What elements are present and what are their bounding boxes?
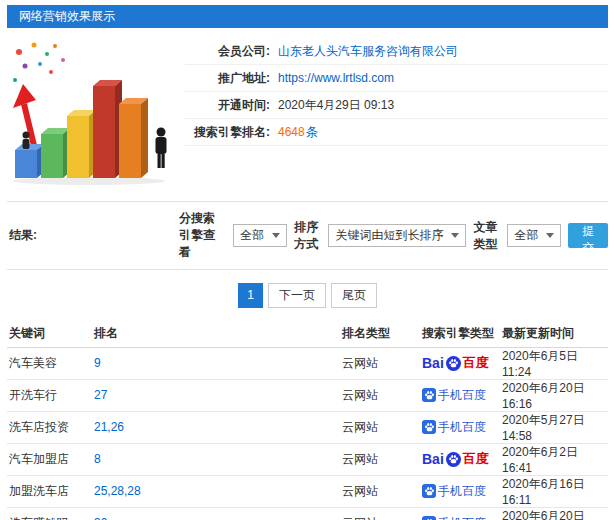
page-header-bar: 网络营销效果展示	[7, 5, 608, 28]
rank-count-label: 搜索引擎排名:	[185, 124, 270, 141]
mobile-baidu-label: 手机百度	[438, 483, 486, 500]
keyword-cell: 洗车赚钱吗	[7, 507, 92, 520]
page-title: 网络营销效果展示	[19, 9, 115, 23]
rank-link[interactable]: 21,26	[94, 420, 124, 434]
baidu-paw-icon	[422, 484, 436, 498]
company-label: 会员公司:	[185, 43, 270, 60]
filter-bar: 结果: 分搜索引擎查看 全部 排序方式 关键词由短到长排序 文章类型 全部 提交	[7, 201, 608, 270]
page-number-current[interactable]: 1	[238, 283, 263, 308]
growth-bars-graphic	[7, 36, 179, 186]
update-time-cell: 2020年6月5日 11:24	[500, 347, 608, 379]
baidu-logo-bai: Bai	[422, 451, 444, 467]
column-header-rank: 排名	[92, 321, 340, 347]
pagination: 1 下一页 尾页	[7, 270, 608, 319]
rank-count-value: 4648	[278, 125, 305, 139]
open-time-label: 开通时间:	[185, 97, 270, 114]
search-engine-badge: Bai百度手机百度	[422, 483, 486, 500]
search-engine-badge: Bai百度手机百度	[422, 387, 486, 404]
info-section: 会员公司: 山东老人头汽车服务咨询有限公司 推广地址: https://www.…	[7, 36, 608, 189]
company-info: 会员公司: 山东老人头汽车服务咨询有限公司 推广地址: https://www.…	[185, 36, 608, 189]
last-page-button[interactable]: 尾页	[331, 283, 377, 308]
update-time-cell: 2020年6月20日 16:31	[500, 507, 608, 520]
search-engine-badge: Bai百度手机百度	[422, 419, 486, 436]
table-row: 加盟洗车店 25,28,28 云网站 Bai百度手机百度 2020年6月16日 …	[7, 475, 608, 507]
baidu-paw-icon	[422, 516, 436, 520]
submit-button[interactable]: 提交	[568, 223, 608, 248]
column-header-engine-type: 搜索引擎类型	[420, 321, 500, 347]
rank-link[interactable]: 8	[94, 452, 101, 466]
mobile-baidu-label: 手机百度	[438, 387, 486, 404]
table-header-row: 关键词 排名 排名类型 搜索引擎类型 最新更新时间	[7, 321, 608, 347]
update-time-cell: 2020年6月20日 16:16	[500, 379, 608, 411]
type-filter-label: 文章类型	[473, 219, 500, 253]
update-time-cell: 2020年5月27日 14:58	[500, 411, 608, 443]
rank-type-cell: 云网站	[340, 443, 420, 475]
sort-select-value: 关键词由短到长排序	[335, 227, 443, 244]
page: 网络营销效果展示	[0, 0, 615, 520]
baidu-logo-bai: Bai	[422, 355, 444, 371]
rank-link[interactable]: 25,28,28	[94, 484, 141, 498]
open-time-value: 2020年4月29日 09:13	[278, 97, 394, 114]
info-row-rank-count: 搜索引擎排名: 4648 条	[185, 119, 608, 146]
info-row-company: 会员公司: 山东老人头汽车服务咨询有限公司	[185, 38, 608, 65]
engine-filter-label: 分搜索引擎查看	[179, 210, 226, 261]
table-row: 洗车赚钱吗 30 云网站 Bai百度手机百度 2020年6月20日 16:31	[7, 507, 608, 520]
mobile-baidu-label: 手机百度	[438, 419, 486, 436]
rank-link[interactable]: 30	[94, 516, 107, 520]
keyword-cell: 汽车加盟店	[7, 443, 92, 475]
table-row: 洗车店投资 21,26 云网站 Bai百度手机百度 2020年5月27日 14:…	[7, 411, 608, 443]
search-engine-badge: Bai百度手机百度	[422, 450, 489, 468]
baidu-logo-du: 百度	[463, 450, 489, 468]
update-time-cell: 2020年6月2日 16:41	[500, 443, 608, 475]
keyword-cell: 洗车店投资	[7, 411, 92, 443]
search-engine-badge: Bai百度手机百度	[422, 354, 489, 372]
engine-select[interactable]: 全部	[233, 224, 287, 247]
sort-filter-label: 排序方式	[294, 219, 321, 253]
promo-url-link[interactable]: https://www.lrtlsd.com	[278, 71, 394, 85]
baidu-logo-du: 百度	[463, 354, 489, 372]
keyword-cell: 开洗车行	[7, 379, 92, 411]
update-time-cell: 2020年6月16日 16:11	[500, 475, 608, 507]
info-row-url: 推广地址: https://www.lrtlsd.com	[185, 65, 608, 92]
result-label: 结果:	[7, 227, 179, 244]
column-header-rank-type: 排名类型	[340, 321, 420, 347]
type-select-value: 全部	[514, 227, 538, 244]
table-row: 开洗车行 27 云网站 Bai百度手机百度 2020年6月20日 16:16	[7, 379, 608, 411]
next-page-button[interactable]: 下一页	[268, 283, 326, 308]
chevron-down-icon	[272, 233, 280, 238]
column-header-update-time: 最新更新时间	[500, 321, 608, 347]
rank-type-cell: 云网站	[340, 379, 420, 411]
promo-url-label: 推广地址:	[185, 70, 270, 87]
info-row-open-time: 开通时间: 2020年4月29日 09:13	[185, 92, 608, 119]
mobile-baidu-label: 手机百度	[438, 515, 486, 520]
rank-type-cell: 云网站	[340, 347, 420, 379]
rank-type-cell: 云网站	[340, 411, 420, 443]
baidu-paw-icon	[446, 356, 461, 371]
baidu-paw-icon	[422, 388, 436, 402]
company-name-link[interactable]: 山东老人头汽车服务咨询有限公司	[278, 43, 458, 60]
table-row: 汽车加盟店 8 云网站 Bai百度手机百度 2020年6月2日 16:41	[7, 443, 608, 475]
keyword-cell: 加盟洗车店	[7, 475, 92, 507]
baidu-paw-icon	[422, 420, 436, 434]
type-select[interactable]: 全部	[507, 224, 561, 247]
search-engine-badge: Bai百度手机百度	[422, 515, 486, 520]
engine-select-value: 全部	[240, 227, 264, 244]
rank-type-cell: 云网站	[340, 475, 420, 507]
keyword-cell: 汽车美容	[7, 347, 92, 379]
rank-link[interactable]: 9	[94, 356, 101, 370]
chevron-down-icon	[451, 233, 459, 238]
rank-count-unit: 条	[306, 124, 318, 141]
filter-controls: 分搜索引擎查看 全部 排序方式 关键词由短到长排序 文章类型 全部 提交	[179, 210, 608, 261]
column-header-keyword: 关键词	[7, 321, 92, 347]
baidu-paw-icon	[446, 452, 461, 467]
ranking-table: 关键词 排名 排名类型 搜索引擎类型 最新更新时间 汽车美容 9 云网站 Bai…	[7, 321, 608, 520]
rank-link[interactable]: 27	[94, 388, 107, 402]
rank-type-cell: 云网站	[340, 507, 420, 520]
bar-chart-illustration	[7, 36, 185, 189]
chevron-down-icon	[546, 233, 554, 238]
table-row: 汽车美容 9 云网站 Bai百度手机百度 2020年6月5日 11:24	[7, 347, 608, 379]
sort-select[interactable]: 关键词由短到长排序	[328, 224, 466, 247]
